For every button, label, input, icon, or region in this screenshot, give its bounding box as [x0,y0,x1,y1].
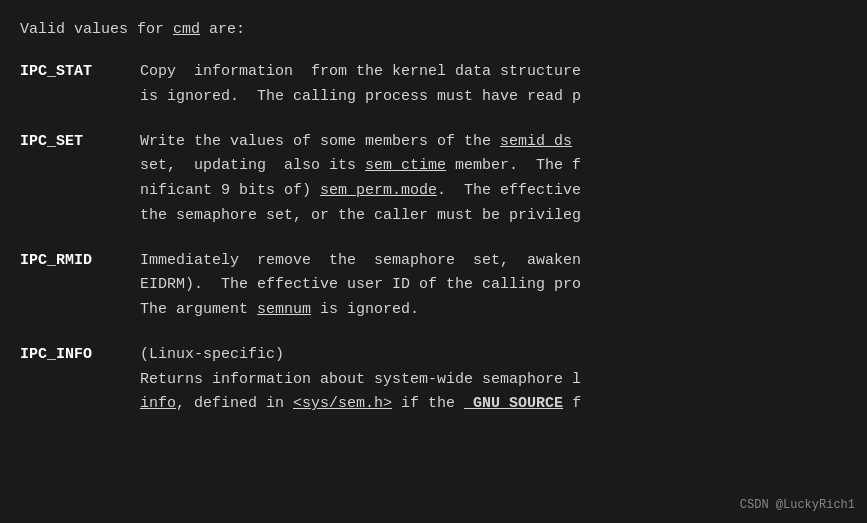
desc-line: EIDRM). The effective user ID of the cal… [140,273,847,298]
info-ref: info [140,395,176,412]
semid-ds-ref: semid_ds [500,133,572,150]
sys-sem-h-ref: <sys/sem.h> [293,395,392,412]
header-suffix: are: [200,21,245,38]
desc-line: (Linux-specific) [140,343,847,368]
header-line: Valid values for cmd are: [20,18,847,42]
gnu-source-ref: _GNU_SOURCE [464,395,563,412]
term-ipc-stat: IPC_STAT [20,60,140,84]
sem-perm-mode-ref: sem_perm.mode [320,182,437,199]
desc-ipc-info: (Linux-specific) Returns information abo… [140,343,847,417]
desc-line: is ignored. The calling process must hav… [140,85,847,110]
term-ipc-set: IPC_SET [20,130,140,154]
cmd-ref: cmd [173,21,200,38]
entry-ipc-rmid: IPC_RMID Immediately remove the semaphor… [20,249,847,323]
desc-line: the semaphore set, or the caller must be… [140,204,847,229]
desc-line: The argument semnum is ignored. [140,298,847,323]
desc-line: Immediately remove the semaphore set, aw… [140,249,847,274]
entry-ipc-stat: IPC_STAT Copy information from the kerne… [20,60,847,110]
desc-line: Copy information from the kernel data st… [140,60,847,85]
sem-ctime-ref: sem_ctime [365,157,446,174]
desc-line: info, defined in <sys/sem.h> if the _GNU… [140,392,847,417]
desc-line: set, updating also its sem_ctime member.… [140,154,847,179]
term-ipc-info: IPC_INFO [20,343,140,367]
entry-ipc-info: IPC_INFO (Linux-specific) Returns inform… [20,343,847,417]
main-content: Valid values for cmd are: IPC_STAT Copy … [20,18,847,513]
desc-ipc-set: Write the values of some members of the … [140,130,847,229]
desc-line: Write the values of some members of the … [140,130,847,155]
desc-ipc-stat: Copy information from the kernel data st… [140,60,847,110]
desc-line: Returns information about system-wide se… [140,368,847,393]
entry-ipc-set: IPC_SET Write the values of some members… [20,130,847,229]
term-ipc-rmid: IPC_RMID [20,249,140,273]
semnum-ref: semnum [257,301,311,318]
desc-ipc-rmid: Immediately remove the semaphore set, aw… [140,249,847,323]
watermark: CSDN @LuckyRich1 [740,496,855,515]
desc-line: nificant 9 bits of) sem_perm.mode. The e… [140,179,847,204]
header-prefix: Valid values for [20,21,173,38]
